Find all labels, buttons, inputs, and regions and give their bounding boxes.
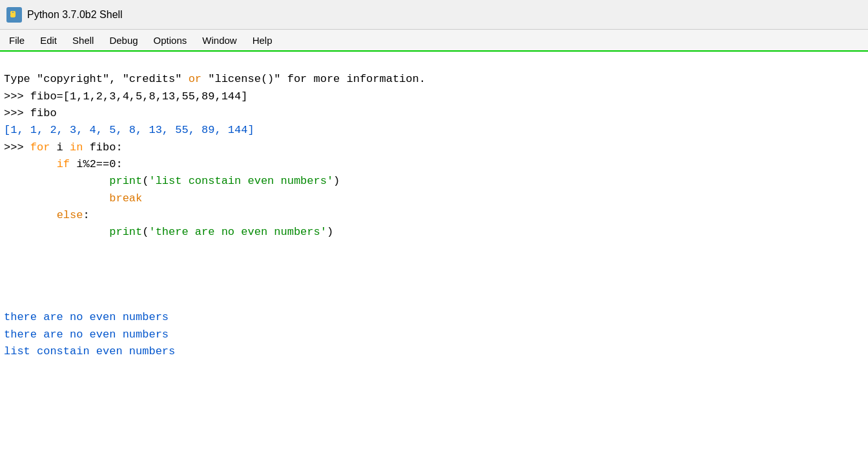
info-line: Type "copyright", "credits" or "license(… — [4, 73, 426, 85]
line-else: else: — [4, 209, 90, 221]
menu-file[interactable]: File — [3, 34, 31, 47]
menu-options[interactable]: Options — [147, 34, 194, 47]
menu-shell[interactable]: Shell — [66, 34, 100, 47]
menu-debug[interactable]: Debug — [103, 34, 144, 47]
output-1: there are no even numbers — [4, 311, 169, 323]
line-for: >>> for i in fibo: — [4, 141, 123, 154]
python-icon — [6, 7, 22, 23]
menu-edit[interactable]: Edit — [34, 34, 63, 47]
line-print-even: print('list constain even numbers') — [4, 175, 340, 187]
shell-content[interactable]: Type "copyright", "credits" or "license(… — [0, 52, 868, 363]
line-if: if i%2==0: — [4, 158, 123, 170]
title-bar: Python 3.7.0b2 Shell — [0, 0, 868, 30]
menu-help[interactable]: Help — [246, 34, 279, 47]
output-2: there are no even numbers — [4, 328, 169, 341]
window-title: Python 3.7.0b2 Shell — [27, 9, 123, 21]
line-fibo-assign: >>> fibo=[1,1,2,3,4,5,8,13,55,89,144] — [4, 90, 247, 103]
line-fibo-print: >>> fibo — [4, 107, 57, 119]
svg-point-1 — [12, 12, 14, 13]
svg-point-2 — [15, 17, 16, 18]
menu-bar: File Edit Shell Debug Options Window Hel… — [0, 30, 868, 52]
line-list-output: [1, 1, 2, 3, 4, 5, 8, 13, 55, 89, 144] — [4, 124, 254, 136]
line-break: break — [4, 192, 142, 205]
line-print-none: print('there are no even numbers') — [4, 226, 333, 238]
output-3: list constain even numbers — [4, 345, 175, 357]
menu-window[interactable]: Window — [196, 34, 243, 47]
